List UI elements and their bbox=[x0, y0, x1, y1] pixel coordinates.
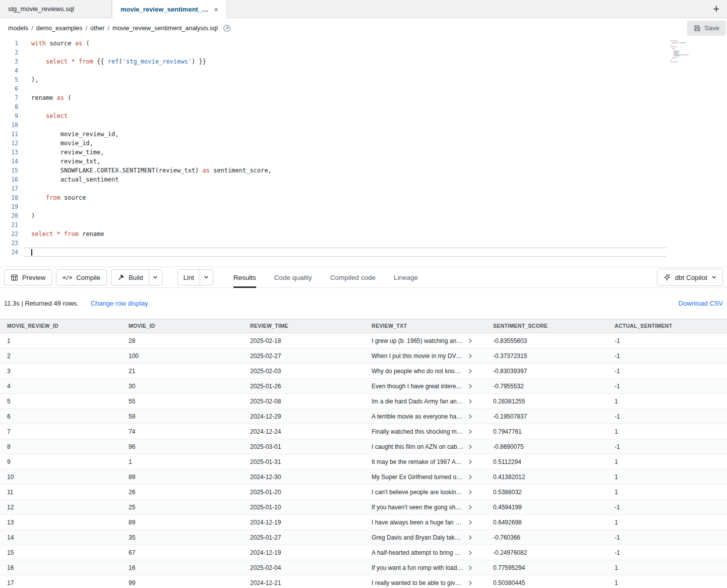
download-csv-link[interactable]: Download CSV bbox=[679, 300, 723, 307]
expand-review-icon[interactable] bbox=[468, 575, 473, 588]
code-line[interactable]: select * from rename bbox=[24, 229, 667, 239]
compile-button[interactable]: </> Compile bbox=[56, 269, 107, 285]
review-text: Even though I have great interest in Bi… bbox=[372, 379, 464, 393]
code-line[interactable] bbox=[24, 84, 667, 93]
expand-review-icon[interactable] bbox=[468, 469, 473, 484]
expand-review-icon[interactable] bbox=[468, 379, 473, 393]
line-number: 4 bbox=[0, 66, 18, 75]
expand-review-icon[interactable] bbox=[468, 500, 473, 514]
expand-review-icon[interactable] bbox=[468, 424, 473, 439]
column-header[interactable]: SENTIMENT_SCORE bbox=[486, 319, 608, 333]
code-line[interactable]: select * from {{ ref('stg_movie_reviews'… bbox=[24, 57, 667, 66]
line-number: 6 bbox=[0, 84, 18, 93]
tab-code-quality[interactable]: Code quality bbox=[274, 267, 312, 287]
breadcrumb-item[interactable]: other bbox=[90, 25, 105, 32]
expand-review-icon[interactable] bbox=[468, 515, 473, 530]
expand-review-icon[interactable] bbox=[468, 409, 473, 424]
tab-compiled-code[interactable]: Compiled code bbox=[330, 267, 376, 287]
expand-review-icon[interactable] bbox=[468, 348, 473, 363]
table-cell: 55 bbox=[122, 394, 243, 408]
expand-review-icon[interactable] bbox=[468, 364, 473, 378]
minimap[interactable] bbox=[671, 40, 706, 64]
table-cell: I grew up (b. 1965) watching and lovin… bbox=[365, 333, 486, 348]
tab-label: Compiled code bbox=[330, 274, 376, 281]
table-cell: 2025-02-03 bbox=[243, 364, 365, 378]
expand-review-icon[interactable] bbox=[468, 530, 473, 545]
code-line[interactable]: review_txt, bbox=[24, 157, 667, 166]
tab-stg-movie-reviews[interactable]: stg_movie_reviews.sql bbox=[0, 0, 112, 18]
table-cell: 99 bbox=[122, 575, 243, 588]
lint-dropdown-button[interactable] bbox=[200, 270, 213, 285]
column-header[interactable]: MOVIE_ID bbox=[122, 319, 243, 333]
code-line[interactable]: rename as ( bbox=[24, 93, 667, 102]
code-line[interactable]: SNOWFLAKE.CORTEX.SENTIMENT(review_txt) a… bbox=[24, 166, 667, 175]
breadcrumb-bar: models/demo_examples/other/movie_review_… bbox=[0, 18, 727, 38]
code-line[interactable] bbox=[24, 220, 667, 229]
expand-review-icon[interactable] bbox=[468, 394, 473, 408]
new-tab-button[interactable]: + bbox=[705, 4, 727, 15]
change-row-display-link[interactable]: Change row display bbox=[91, 300, 148, 307]
code-line[interactable] bbox=[24, 239, 667, 248]
preview-button[interactable]: Preview bbox=[4, 269, 52, 285]
column-header[interactable]: ACTUAL_SENTIMENT bbox=[608, 319, 727, 333]
file-link-icon[interactable] bbox=[223, 24, 231, 32]
breadcrumb-item[interactable]: models bbox=[8, 25, 28, 32]
table-row: 21002025-02-27When I put this movie in m… bbox=[0, 348, 727, 364]
close-tab-icon[interactable]: × bbox=[214, 5, 218, 14]
code-line[interactable] bbox=[24, 121, 667, 130]
table-row: 912025-01-31It may be the remake of 1987… bbox=[0, 454, 727, 469]
tab-results[interactable]: Results bbox=[233, 267, 256, 287]
code-line[interactable] bbox=[24, 48, 667, 57]
expand-review-icon[interactable] bbox=[468, 485, 473, 499]
table-cell: 1 bbox=[608, 424, 727, 439]
column-header[interactable]: MOVIE_REVIEW_ID bbox=[0, 319, 122, 333]
table-row: 6592024-12-29A terrible movie as everyon… bbox=[0, 409, 727, 424]
table-cell: -0.8690075 bbox=[486, 439, 608, 454]
line-number: 9 bbox=[0, 111, 18, 121]
save-button[interactable]: Save bbox=[687, 21, 726, 36]
expand-review-icon[interactable] bbox=[468, 545, 473, 560]
code-line[interactable]: with source as ( bbox=[24, 39, 667, 48]
review-text: Im a die hard Dads Army fan and nothi… bbox=[372, 394, 464, 408]
expand-review-icon[interactable] bbox=[468, 333, 473, 348]
line-number: 14 bbox=[0, 157, 18, 166]
table-cell: 2024-12-24 bbox=[243, 424, 365, 439]
code-line[interactable]: movie_review_id, bbox=[24, 130, 667, 139]
code-editor[interactable]: 1with source as (23 select * from {{ ref… bbox=[0, 38, 727, 267]
lint-button[interactable]: Lint bbox=[178, 270, 200, 285]
breadcrumb-separator: / bbox=[107, 25, 109, 32]
breadcrumb-item[interactable]: movie_review_sentiment_analysis.sql bbox=[112, 25, 218, 32]
code-line[interactable]: select bbox=[24, 111, 667, 121]
dbt-copilot-button[interactable]: dbt Copilot bbox=[657, 269, 723, 286]
code-line[interactable] bbox=[24, 184, 667, 193]
code-line[interactable]: ), bbox=[24, 75, 667, 84]
expand-review-icon[interactable] bbox=[468, 560, 473, 575]
build-dropdown-button[interactable] bbox=[149, 270, 162, 285]
build-button[interactable]: Build bbox=[111, 270, 149, 285]
tab-movie-review-sentiment[interactable]: movie_review_sentiment_… × bbox=[112, 0, 227, 18]
column-header[interactable]: REVIEW_TIME bbox=[243, 319, 365, 333]
breadcrumb-item[interactable]: demo_examples bbox=[36, 25, 83, 32]
code-line[interactable] bbox=[24, 102, 667, 111]
column-header[interactable]: REVIEW_TXT bbox=[365, 319, 486, 333]
table-cell: 1 bbox=[608, 469, 727, 484]
code-line[interactable] bbox=[24, 202, 667, 211]
table-cell: 0.41382012 bbox=[486, 469, 608, 484]
table-cell: 89 bbox=[122, 469, 243, 484]
table-cell: 1 bbox=[608, 560, 727, 575]
expand-review-icon[interactable] bbox=[468, 439, 473, 454]
code-line[interactable]: actual_sentiment bbox=[24, 175, 667, 184]
table-cell: -1 bbox=[608, 530, 727, 545]
code-line[interactable]: ) bbox=[24, 211, 667, 220]
table-row: 14352025-01-27Greg Davis and Bryan Daly … bbox=[0, 530, 727, 545]
line-number: 21 bbox=[0, 220, 18, 229]
review-text: If you haven't seen the gong show TV s… bbox=[372, 500, 464, 514]
review-text: Why do people who do not know what… bbox=[372, 364, 464, 378]
expand-review-icon[interactable] bbox=[468, 454, 473, 469]
code-line[interactable]: review_time, bbox=[24, 148, 667, 157]
code-line[interactable] bbox=[24, 66, 667, 75]
code-line[interactable] bbox=[24, 248, 667, 257]
code-line[interactable]: from source bbox=[24, 193, 667, 202]
code-line[interactable]: movie_id, bbox=[24, 139, 667, 148]
tab-lineage[interactable]: Lineage bbox=[394, 267, 418, 287]
